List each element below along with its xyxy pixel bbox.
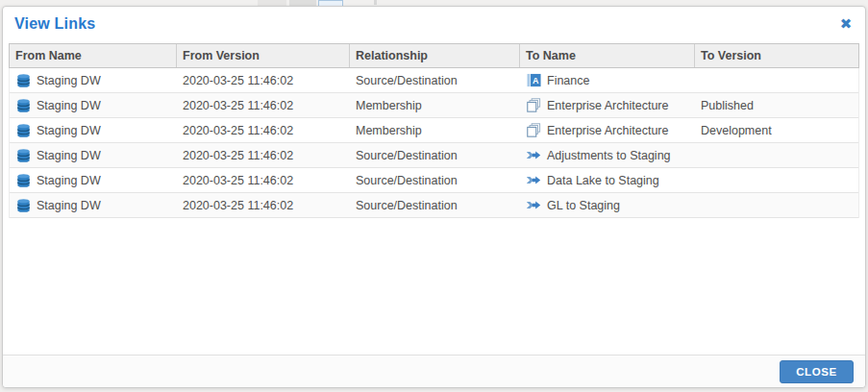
to-name-label: Data Lake to Staging: [547, 174, 659, 187]
database-icon: [15, 173, 31, 188]
mapping-icon: [526, 148, 541, 163]
to-name-label: Enterprise Architecture: [547, 99, 668, 112]
mapping-icon: [526, 198, 541, 213]
close-button[interactable]: CLOSE: [780, 360, 854, 383]
cell-from-name: Staging DW: [10, 143, 177, 167]
model-icon: [526, 123, 541, 138]
cell-to-name: GL to Staging: [520, 193, 695, 217]
close-icon[interactable]: ✖: [835, 13, 856, 35]
table-row[interactable]: Staging DW 2020-03-25 11:46:02 Source/De…: [10, 68, 858, 93]
column-header-to-version[interactable]: To Version: [695, 44, 858, 67]
database-icon: [15, 123, 31, 138]
model-icon: [526, 98, 541, 113]
view-links-dialog: View Links ✖ From Name From Version Rela…: [2, 6, 866, 388]
dialog-title: View Links: [14, 15, 95, 33]
cell-from-version: 2020-03-25 11:46:02: [177, 68, 350, 92]
cell-from-version: 2020-03-25 11:46:02: [177, 168, 350, 192]
svg-text:A: A: [533, 76, 539, 86]
from-name-label: Staging DW: [37, 124, 101, 137]
cell-to-name: Enterprise Architecture: [520, 93, 695, 117]
cell-from-version: 2020-03-25 11:46:02: [177, 93, 350, 117]
cell-from-name: Staging DW: [10, 118, 177, 142]
database-icon: [15, 148, 31, 163]
table-row[interactable]: Staging DW 2020-03-25 11:46:02 Source/De…: [10, 168, 858, 193]
application-icon: A: [526, 73, 541, 88]
table-header-row: From Name From Version Relationship To N…: [9, 43, 859, 68]
column-header-from-version[interactable]: From Version: [177, 44, 350, 67]
cell-relationship: Membership: [350, 93, 520, 117]
cell-from-name: Staging DW: [10, 93, 177, 117]
from-name-label: Staging DW: [37, 74, 101, 87]
table-row[interactable]: Staging DW 2020-03-25 11:46:02 Membershi…: [10, 118, 858, 143]
cell-relationship: Source/Destination: [350, 68, 520, 92]
table-row[interactable]: Staging DW 2020-03-25 11:46:02 Source/De…: [10, 143, 858, 168]
to-name-label: Adjustments to Staging: [547, 149, 671, 162]
to-name-label: Finance: [547, 74, 589, 87]
dialog-header: View Links ✖: [3, 7, 865, 43]
column-header-from-name[interactable]: From Name: [10, 44, 177, 67]
mapping-icon: [526, 173, 541, 188]
cell-to-name: Adjustments to Staging: [520, 143, 695, 167]
table-body: Staging DW 2020-03-25 11:46:02 Source/De…: [9, 68, 859, 218]
to-name-label: Enterprise Architecture: [547, 124, 668, 137]
to-name-label: GL to Staging: [547, 199, 620, 212]
column-header-to-name[interactable]: To Name: [520, 44, 695, 67]
cell-relationship: Source/Destination: [350, 143, 520, 167]
from-name-label: Staging DW: [37, 149, 101, 162]
cell-from-name: Staging DW: [10, 68, 177, 92]
cell-from-name: Staging DW: [10, 193, 177, 217]
from-name-label: Staging DW: [37, 174, 101, 187]
cell-relationship: Source/Destination: [350, 193, 520, 217]
cell-relationship: Membership: [350, 118, 520, 142]
cell-to-name: Data Lake to Staging: [520, 168, 695, 192]
from-name-label: Staging DW: [37, 199, 101, 212]
cell-to-version: [695, 143, 858, 167]
table-row[interactable]: Staging DW 2020-03-25 11:46:02 Membershi…: [10, 93, 858, 118]
table-row[interactable]: Staging DW 2020-03-25 11:46:02 Source/De…: [10, 193, 858, 218]
cell-from-version: 2020-03-25 11:46:02: [177, 118, 350, 142]
cell-to-name: Enterprise Architecture: [520, 118, 695, 142]
cell-to-version: Published: [695, 93, 858, 117]
database-icon: [15, 198, 31, 213]
cell-from-name: Staging DW: [10, 168, 177, 192]
cell-to-version: [695, 168, 858, 192]
dialog-footer: CLOSE: [3, 355, 865, 387]
database-icon: [15, 98, 31, 113]
dialog-body: From Name From Version Relationship To N…: [3, 43, 865, 355]
column-header-relationship[interactable]: Relationship: [350, 44, 520, 67]
cell-relationship: Source/Destination: [350, 168, 520, 192]
cell-to-name: A Finance: [520, 68, 695, 92]
from-name-label: Staging DW: [37, 99, 101, 112]
cell-from-version: 2020-03-25 11:46:02: [177, 193, 350, 217]
cell-to-version: [695, 68, 858, 92]
cell-to-version: [695, 193, 858, 217]
cell-to-version: Development: [695, 118, 858, 142]
background-page-fragment: [374, 0, 377, 5]
cell-from-version: 2020-03-25 11:46:02: [177, 143, 350, 167]
database-icon: [15, 73, 31, 88]
